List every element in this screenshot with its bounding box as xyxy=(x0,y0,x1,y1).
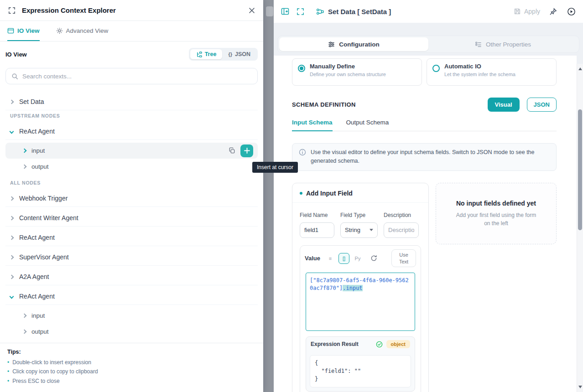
description-input[interactable] xyxy=(384,222,419,238)
text-mode-icon[interactable]: ≡ xyxy=(325,253,336,264)
insert-expression-button[interactable] xyxy=(240,144,253,157)
scroll-down-arrow[interactable] xyxy=(577,384,583,390)
tree-row-webhook-trigger[interactable]: Webhook Trigger xyxy=(5,190,258,207)
manually-define-option[interactable]: Manually Define Define your own schema s… xyxy=(292,58,422,86)
tree-row-content-writer-agent[interactable]: Content Writer Agent xyxy=(5,210,258,227)
expand-icon[interactable] xyxy=(7,6,16,15)
tree-row-set-data[interactable]: Set Data xyxy=(5,93,258,110)
run-icon[interactable] xyxy=(566,6,577,17)
expression-editor[interactable]: ["8c7a9807-6af5-4f6a-960e-95620ac7f870"]… xyxy=(306,273,415,331)
tree-row-label: ReAct Agent xyxy=(19,293,55,300)
close-icon[interactable] xyxy=(248,6,256,15)
scrollbar xyxy=(577,64,583,392)
chevron-right-icon xyxy=(10,99,14,104)
node-title: Set Data [ SetData ] xyxy=(316,8,391,15)
automatic-io-option[interactable]: Automatic IO Let the system infer the sc… xyxy=(427,58,557,86)
tree-row-a2a-agent[interactable]: A2A Agent xyxy=(5,268,258,285)
expression-highlight: .input xyxy=(343,285,362,291)
empty-state-title: No input fields defined yet xyxy=(456,200,536,207)
json-toggle-button[interactable]: {} JSON xyxy=(222,49,256,59)
apply-button[interactable]: Apply xyxy=(514,8,540,15)
schema-definition-row: SCHEMA DEFINITION Visual JSON xyxy=(292,98,557,112)
tree-row-label: A2A Agent xyxy=(19,273,49,280)
bullet-dot: • xyxy=(7,367,9,376)
tree-row-label: ReAct Agent xyxy=(19,128,55,135)
tree-row-supervisor-agent[interactable]: SuperVisor Agent xyxy=(5,249,258,266)
pin-panel-icon[interactable] xyxy=(548,7,558,16)
json-toggle-label: JSON xyxy=(235,51,250,57)
tab-output-schema[interactable]: Output Schema xyxy=(346,119,389,131)
config-tabbar: Configuration Other Properties xyxy=(277,36,579,53)
expression-result-header: Expression Result object xyxy=(306,337,415,351)
tree-row-output-2[interactable]: output xyxy=(5,324,258,340)
info-icon xyxy=(299,149,306,156)
tree-row-label: ReAct Agent xyxy=(19,234,55,241)
chevron-right-icon xyxy=(22,314,27,318)
success-check-icon xyxy=(376,341,383,348)
json-mode-button[interactable]: JSON xyxy=(527,98,557,112)
scrollbar-thumb[interactable] xyxy=(578,109,582,230)
search-icon xyxy=(11,73,18,80)
use-text-button[interactable]: Use Text xyxy=(391,249,416,268)
tip-item: •Double-click to insert expression xyxy=(7,358,256,367)
tree-row-label: input xyxy=(31,147,45,154)
json-braces-icon: {} xyxy=(228,52,232,57)
tab-io-view[interactable]: IO View xyxy=(7,21,40,41)
value-label: Value xyxy=(305,255,320,262)
search-input[interactable] xyxy=(22,73,252,80)
chevron-right-icon xyxy=(10,255,14,259)
tip-item: •Click copy icon to copy to clipboard xyxy=(7,367,256,376)
tree-row-output[interactable]: output xyxy=(5,159,258,175)
tree-toggle-button[interactable]: Tree xyxy=(190,49,223,59)
node-header: Set Data [ SetData ] Apply xyxy=(274,0,583,23)
field-type-select[interactable]: String xyxy=(340,222,378,238)
schema-info-text: Use the visual editor to define your inp… xyxy=(311,148,550,166)
expression-context-explorer-panel: Expression Context Explorer IO View Adva xyxy=(0,0,263,392)
header-actions: Apply xyxy=(514,6,577,17)
tree-row-input-2[interactable]: input xyxy=(5,308,258,324)
tab-advanced-view-label: Advanced View xyxy=(66,27,109,34)
empty-fields-card: No input fields defined yet Add your fir… xyxy=(436,183,557,244)
context-tree: Set Data UPSTREAM NODES ReAct Agent inpu… xyxy=(0,84,263,340)
plus-icon xyxy=(244,148,250,154)
fullscreen-icon[interactable] xyxy=(296,7,305,16)
chevron-right-icon xyxy=(22,149,27,153)
tab-configuration[interactable]: Configuration xyxy=(279,37,428,51)
copy-icon[interactable] xyxy=(228,146,236,155)
expression-mode-icon[interactable]: [] xyxy=(338,253,349,264)
save-icon xyxy=(514,8,521,15)
chevron-down-icon xyxy=(10,294,14,299)
tab-input-schema[interactable]: Input Schema xyxy=(292,119,333,131)
tree-row-input[interactable]: input xyxy=(5,143,258,159)
explorer-title: Expression Context Explorer xyxy=(22,6,116,14)
chevron-right-icon xyxy=(22,165,27,169)
io-view-label: IO View xyxy=(5,51,27,58)
sliders-icon xyxy=(328,41,335,48)
add-input-field-card: Add Input Field Field Name Field Type St… xyxy=(292,183,429,392)
page: Expression Context Explorer IO View Adva xyxy=(0,0,583,392)
tree-row-label: Webhook Trigger xyxy=(19,195,68,202)
sidebar-toggle-icon[interactable] xyxy=(280,6,290,16)
obscured-button xyxy=(266,6,273,16)
visual-mode-button[interactable]: Visual xyxy=(488,98,520,112)
node-title-text: Set Data [ SetData ] xyxy=(328,8,391,15)
tree-row-react-agent-3[interactable]: ReAct Agent xyxy=(5,288,258,305)
radio-selected-icon xyxy=(298,65,305,72)
radio-unselected-icon xyxy=(432,65,440,72)
config-content: Manually Define Define your own schema s… xyxy=(274,56,577,392)
tree-row-label: Content Writer Agent xyxy=(19,214,78,222)
tree-row-react-agent-2[interactable]: ReAct Agent xyxy=(5,229,258,246)
scroll-up-arrow[interactable] xyxy=(577,66,583,72)
tree-icon xyxy=(196,52,202,57)
mode-desc: Define your own schema structure xyxy=(310,72,386,77)
tab-advanced-view[interactable]: Advanced View xyxy=(56,21,109,41)
value-toolbar: Value ≡ [] Py Use Text xyxy=(300,246,421,271)
node-config-panel: Set Data [ SetData ] Apply xyxy=(274,0,583,392)
refresh-icon[interactable] xyxy=(370,254,378,263)
tree-row-react-agent-upstream[interactable]: ReAct Agent xyxy=(5,123,258,140)
tab-other-properties[interactable]: Other Properties xyxy=(428,37,578,51)
field-name-input[interactable] xyxy=(300,222,334,238)
io-mode-row: Manually Define Define your own schema s… xyxy=(292,58,557,86)
python-mode-icon[interactable]: Py xyxy=(352,253,363,264)
tab-configuration-label: Configuration xyxy=(339,41,379,48)
